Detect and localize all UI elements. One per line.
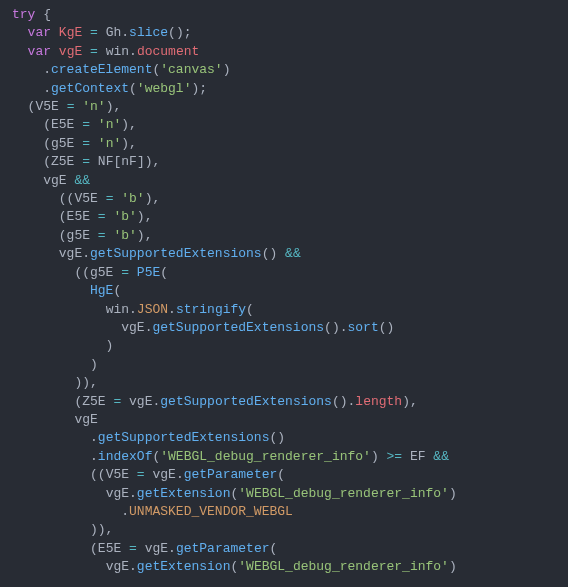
- token-str: 'webgl': [137, 81, 192, 96]
- token-punc: (: [113, 283, 121, 298]
- code-line: (g5E = 'n'),: [12, 136, 137, 151]
- token-op: =: [121, 265, 129, 280]
- token-punc: (: [12, 394, 82, 409]
- token-punc: ),: [402, 394, 418, 409]
- token-op: =: [98, 228, 106, 243]
- token-punc: ().: [332, 394, 355, 409]
- token-punc: .: [129, 559, 137, 574]
- token-punc: [98, 25, 106, 40]
- token-punc: (: [270, 541, 278, 556]
- code-line: vgE.getSupportedExtensions().sort(): [12, 320, 394, 335]
- token-func: getSupportedExtensions: [160, 394, 332, 409]
- token-punc: ): [449, 559, 457, 574]
- code-line: .getContext('webgl');: [12, 81, 207, 96]
- token-ident: E5E: [67, 209, 90, 224]
- token-var: vgE: [59, 44, 82, 59]
- token-func: HgE: [90, 283, 113, 298]
- code-line: vgE.getExtension('WEBGL_debug_renderer_i…: [12, 559, 457, 574]
- token-str: 'b': [113, 209, 136, 224]
- token-str: 'WEBGL_debug_renderer_info': [160, 449, 371, 464]
- token-punc: (: [12, 136, 51, 151]
- token-op: =: [98, 209, 106, 224]
- token-punc: ((: [12, 191, 74, 206]
- token-punc: (: [12, 117, 51, 132]
- token-func: P5E: [137, 265, 160, 280]
- token-func: getParameter: [184, 467, 278, 482]
- token-brace: {: [43, 7, 51, 22]
- code-line: vgE: [12, 412, 98, 427]
- token-punc: ),: [106, 99, 122, 114]
- token-brk: ]: [137, 154, 145, 169]
- token-ident: nF: [121, 154, 137, 169]
- token-func: getSupportedExtensions: [152, 320, 324, 335]
- token-punc: ((: [12, 467, 106, 482]
- token-punc: .: [121, 25, 129, 40]
- code-line: (E5E = 'n'),: [12, 117, 137, 132]
- token-punc: ): [12, 338, 113, 353]
- token-punc: ),: [137, 228, 153, 243]
- token-func: stringify: [176, 302, 246, 317]
- token-var: KgE: [59, 25, 82, 40]
- token-ident: V5E: [106, 467, 129, 482]
- token-ident: g5E: [67, 228, 90, 243]
- token-op: =: [82, 154, 90, 169]
- token-punc: (: [12, 209, 67, 224]
- token-str: 'WEBGL_debug_renderer_info': [238, 559, 449, 574]
- code-line: .UNMASKED_VENDOR_WEBGL: [12, 504, 293, 519]
- token-func: getParameter: [176, 541, 270, 556]
- token-ident: Z5E: [82, 394, 105, 409]
- token-punc: (: [277, 467, 285, 482]
- token-punc: .: [12, 62, 51, 77]
- token-punc: .: [129, 44, 137, 59]
- token-punc: .: [168, 302, 176, 317]
- token-punc: [129, 265, 137, 280]
- token-func: indexOf: [98, 449, 153, 464]
- token-ident: vgE: [121, 320, 144, 335]
- token-str: 'b': [113, 228, 136, 243]
- token-punc: ),: [121, 136, 137, 151]
- token-punc: ): [371, 449, 387, 464]
- token-punc: )),: [12, 375, 98, 390]
- code-line: vgE.getExtension('WEBGL_debug_renderer_i…: [12, 486, 457, 501]
- token-punc: [12, 302, 106, 317]
- token-punc: [12, 283, 90, 298]
- token-op: =: [90, 25, 98, 40]
- code-line: (E5E = vgE.getParameter(: [12, 541, 277, 556]
- code-line: .createElement('canvas'): [12, 62, 230, 77]
- token-str: 'WEBGL_debug_renderer_info': [238, 486, 449, 501]
- token-str: 'n': [98, 136, 121, 151]
- code-line: try {: [12, 7, 51, 22]
- token-punc: [121, 394, 129, 409]
- token-punc: ): [223, 62, 231, 77]
- token-punc: [98, 44, 106, 59]
- token-punc: (: [160, 265, 168, 280]
- token-punc: [12, 320, 121, 335]
- token-punc: (: [12, 541, 98, 556]
- token-ident: vgE: [152, 467, 175, 482]
- code-line: .indexOf('WEBGL_debug_renderer_info') >=…: [12, 449, 449, 464]
- token-punc: [98, 191, 106, 206]
- token-punc: [12, 486, 106, 501]
- token-punc: ();: [168, 25, 191, 40]
- token-str: 'n': [98, 117, 121, 132]
- token-punc: [90, 228, 98, 243]
- token-func: getExtension: [137, 486, 231, 501]
- code-block: try { var KgE = Gh.slice(); var vgE = wi…: [0, 0, 568, 577]
- token-punc: [90, 117, 98, 132]
- token-ident: vgE: [106, 559, 129, 574]
- token-punc: (: [12, 99, 35, 114]
- token-ident: win: [106, 44, 129, 59]
- code-line: ((V5E = 'b'),: [12, 191, 160, 206]
- token-ident: vgE: [129, 394, 152, 409]
- token-func: createElement: [51, 62, 152, 77]
- code-line: ((V5E = vgE.getParameter(: [12, 467, 285, 482]
- token-punc: [402, 449, 410, 464]
- code-line: vgE &&: [12, 173, 90, 188]
- token-op: >=: [387, 449, 403, 464]
- code-line: vgE.getSupportedExtensions() &&: [12, 246, 301, 261]
- token-punc: [12, 173, 43, 188]
- token-const: UNMASKED_VENDOR_WEBGL: [129, 504, 293, 519]
- code-line: ((g5E = P5E(: [12, 265, 168, 280]
- token-ident: vgE: [74, 412, 97, 427]
- token-ident: g5E: [51, 136, 74, 151]
